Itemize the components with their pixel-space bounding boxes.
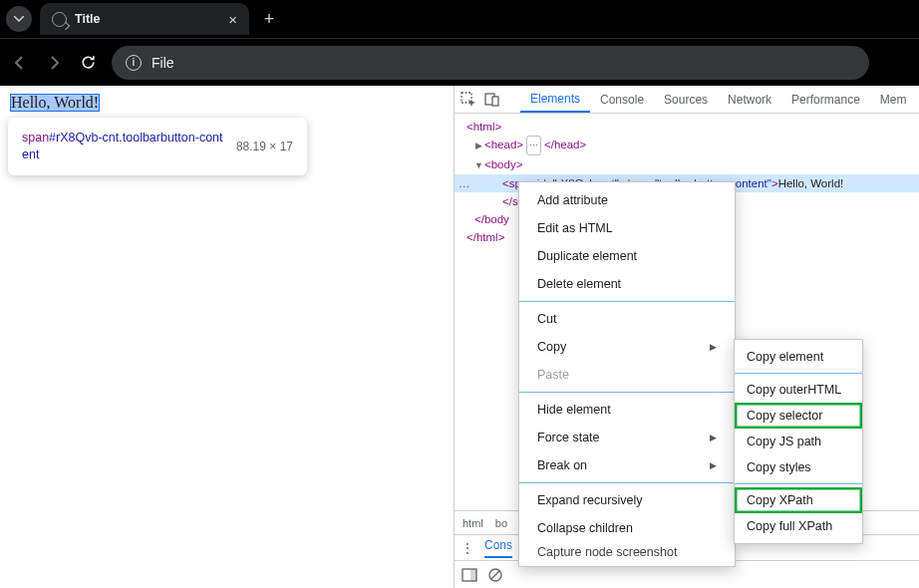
page-hello-text: Hello, World! — [10, 94, 100, 112]
menu-separator — [519, 482, 735, 483]
menu-item[interactable]: Capture node screenshot — [519, 542, 735, 562]
kebab-icon[interactable]: ⋮ — [460, 540, 474, 556]
context-submenu-copy[interactable]: Copy elementCopy outerHTMLCopy selectorC… — [734, 339, 863, 544]
tab-memory[interactable]: Mem — [870, 86, 917, 113]
browser-toolbar: i File — [0, 38, 919, 86]
crumb-body[interactable]: bo — [495, 517, 507, 529]
menu-item[interactable]: Add attribute — [519, 186, 735, 214]
menu-item[interactable]: Duplicate element — [519, 242, 735, 270]
ellipsis-icon[interactable]: ⋯ — [526, 136, 541, 155]
menu-item[interactable]: Edit as HTML — [519, 214, 735, 242]
close-tab-icon[interactable]: × — [228, 11, 237, 28]
menu-separator — [519, 301, 735, 302]
tab-sources[interactable]: Sources — [654, 86, 718, 113]
tab-network[interactable]: Network — [718, 86, 781, 113]
submenu-item[interactable]: Copy JS path — [735, 429, 862, 454]
submenu-item[interactable]: Copy selector — [735, 403, 862, 429]
forward-button[interactable] — [44, 53, 64, 73]
menu-item: Paste — [519, 361, 735, 389]
menu-separator — [519, 392, 735, 393]
twisty-icon[interactable] — [474, 156, 483, 174]
menu-item[interactable]: Hide element — [519, 396, 735, 424]
devtools-header: Elements Console Sources Network Perform… — [455, 86, 919, 114]
tab-performance[interactable]: Performance — [781, 86, 870, 113]
svg-line-6 — [491, 571, 499, 579]
inspect-dimensions: 88.19 × 17 — [236, 140, 293, 153]
submenu-item[interactable]: Copy full XPath — [735, 513, 862, 539]
menu-item[interactable]: Force state — [519, 424, 735, 451]
svg-rect-4 — [470, 569, 476, 581]
menu-separator — [735, 373, 862, 374]
menu-item[interactable]: Break on — [519, 451, 735, 479]
tab-strip: Title × + — [0, 0, 919, 38]
element-inspect-tooltip: span#rX8Qvb-cnt.toolbarbutton-content 88… — [8, 118, 307, 175]
tab-title: Title — [75, 12, 100, 26]
menu-item[interactable]: Collapse children — [519, 514, 735, 542]
globe-icon — [52, 12, 67, 27]
menu-item[interactable]: Copy — [519, 333, 735, 361]
address-bar-text: File — [152, 55, 174, 71]
submenu-item[interactable]: Copy outerHTML — [735, 377, 862, 403]
window-menu-caret[interactable] — [6, 6, 32, 32]
crumb-html[interactable]: html — [462, 517, 483, 529]
submenu-item[interactable]: Copy styles — [735, 454, 862, 480]
browser-chrome-top: Title × + i File — [0, 0, 919, 86]
browser-tab[interactable]: Title × — [40, 3, 249, 35]
device-toolbar-icon[interactable] — [484, 91, 500, 109]
clear-console-icon[interactable] — [486, 566, 504, 584]
submenu-item[interactable]: Copy XPath — [735, 487, 862, 513]
dock-side-icon[interactable] — [460, 566, 478, 584]
submenu-item[interactable]: Copy element — [735, 344, 862, 370]
tab-console[interactable]: Console — [590, 86, 654, 113]
back-button[interactable] — [10, 53, 30, 73]
svg-rect-2 — [492, 97, 498, 106]
site-info-icon[interactable]: i — [126, 55, 142, 71]
address-bar[interactable]: i File — [112, 46, 869, 80]
menu-item[interactable]: Cut — [519, 305, 735, 333]
page-content-pane: Hello, World! span#rX8Qvb-cnt.toolbarbut… — [0, 86, 454, 588]
inspect-element-icon[interactable] — [460, 91, 476, 109]
inspect-selector: span#rX8Qvb-cnt.toolbarbutton-content — [22, 130, 224, 163]
reload-button[interactable] — [78, 53, 98, 73]
new-tab-button[interactable]: + — [257, 9, 281, 30]
devtools-tabs: Elements Console Sources Network Perform… — [520, 86, 916, 113]
menu-item[interactable]: Expand recursively — [519, 486, 735, 514]
menu-separator — [735, 483, 862, 484]
menu-item[interactable]: Delete element — [519, 270, 735, 298]
twisty-icon[interactable] — [474, 137, 483, 154]
tab-elements[interactable]: Elements — [520, 86, 590, 113]
context-menu[interactable]: Add attributeEdit as HTMLDuplicate eleme… — [518, 181, 736, 567]
drawer-tab-console[interactable]: Cons — [484, 538, 512, 558]
